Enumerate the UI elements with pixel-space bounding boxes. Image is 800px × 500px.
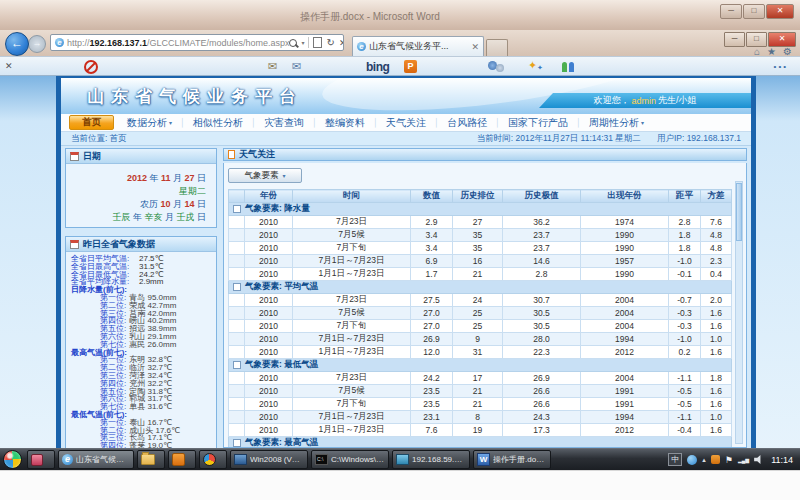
nav-item-8[interactable]: 周期性分析▾ [581,116,652,130]
taskbar-button-cmd[interactable]: C:\Windows\s... [311,450,389,469]
maximize-icon[interactable]: □ [743,4,765,19]
mail-icon[interactable]: ✉ [268,60,277,73]
toolbar-overflow-icon[interactable]: ••• [774,62,788,71]
address-bar[interactable]: http://192.168.137.1/GLCCLIMATE/modules/… [50,34,344,51]
table-cell: 24.2 [411,372,453,385]
nav-item-6[interactable]: 台风路径 [439,116,495,130]
nav-item-1[interactable]: 数据分析▾ [119,116,180,130]
table-group-label: 气象要素: 平均气温 [245,281,318,291]
table-cell: 24 [453,294,503,307]
network-icon[interactable]: ▂▄▆ [738,457,749,463]
table-cell: 7月23日 [293,216,411,229]
scrollbar-thumb[interactable] [736,183,742,241]
new-tab-button[interactable] [486,39,508,57]
table-cell-blank [229,294,245,307]
home-icon[interactable]: ⌂ [754,46,760,57]
stop-icon[interactable]: ✕ [339,38,344,48]
orange-icon [172,453,185,466]
compatibility-view-icon[interactable] [313,37,322,48]
table-cell: 3.4 [411,242,453,255]
minimize-icon[interactable]: ─ [720,4,742,19]
nav-item-4[interactable]: 整编资料 [317,116,373,130]
table-cell: 12.0 [411,346,453,359]
taskbar-button-rdp[interactable]: 192.168.59.99... [392,450,470,469]
table-cell: 1.6 [701,385,732,398]
tray-orange-icon[interactable] [711,455,720,464]
main-nav: 首页数据分析▾│相似性分析│灾害查询│整编资料│天气关注│台风路径│国家下行产品… [61,114,751,132]
maximize-icon[interactable]: □ [746,32,767,47]
mail-icon-2[interactable]: ✉ [292,60,301,73]
table-row: 20101月1日～7月23日1.7212.81990-0.10.4 [229,268,732,281]
table-cell: 1.6 [701,398,732,411]
language-badge[interactable]: 中 [668,453,682,466]
taskbar-button-word[interactable]: 操作手册.docx ... [473,450,551,469]
minimize-icon[interactable]: ─ [724,32,745,47]
bing-logo[interactable]: bing [366,60,389,74]
favicon-coins-2 [496,64,504,72]
taskbar-button-pin[interactable] [27,450,55,469]
nav-item-7[interactable]: 国家下行产品 [500,116,576,130]
address-bar-icons: ▾ ↻ ✕ [289,37,344,48]
toolbar-close-icon[interactable]: ✕ [5,61,13,71]
group-checkbox[interactable] [233,439,241,447]
browser-forward-button[interactable]: → [28,35,46,53]
start-button[interactable] [3,450,22,469]
tab-close-icon[interactable]: ✕ [471,42,479,52]
taskbar-button-folder[interactable] [137,450,165,469]
window-controls: ─ □ ✕ [724,32,796,47]
tray-app-icon[interactable] [687,455,697,465]
background-window-titlebar: 操作手册.docx - Microsoft Word ─ □ ✕ [0,0,800,30]
table-cell-blank [229,242,245,255]
table-cell: 1.0 [701,411,732,424]
favorites-star-icon[interactable]: ★ [767,46,776,57]
status-row: 当前位置: 首页 当前时间: 2012年11月27日 11:14:31 星期二 … [61,132,751,146]
show-hidden-icons[interactable]: ▴ [702,456,706,464]
nav-item-label: 周期性分析 [589,116,639,130]
table-cell: 27.5 [411,294,453,307]
nav-item-label: 相似性分析 [193,116,243,130]
browser-tab[interactable]: 山东省气候业务平... ✕ [352,36,484,56]
table-cell: 1.7 [411,268,453,281]
table-cell: 2010 [245,372,293,385]
favicon-figures[interactable] [562,62,567,72]
table-cell: 7月下旬 [293,320,411,333]
table-cell: 23.1 [411,411,453,424]
table-group-label: 气象要素: 最低气温 [245,359,318,369]
close-icon[interactable]: ✕ [768,32,796,47]
action-center-flag-icon[interactable]: ⚑ [725,455,733,465]
table-cell: 22.3 [503,346,581,359]
nav-item-5[interactable]: 天气关注 [378,116,434,130]
table-header-cell: 出现年份 [581,190,669,203]
table-cell: -1.1 [669,411,701,424]
refresh-icon[interactable]: ↻ [326,37,334,48]
group-checkbox[interactable] [233,283,241,291]
screen-bottom-margin [0,470,800,500]
chevron-down-icon[interactable]: ▾ [301,39,304,46]
element-filter-button[interactable]: 气象要素 ▾ [228,168,302,183]
table-row: 20107月1日～7月23日23.1824.31994-1.11.0 [229,411,732,424]
nav-item-0[interactable]: 首页 [69,115,114,130]
close-icon[interactable]: ✕ [766,4,794,19]
group-checkbox[interactable] [233,205,241,213]
table-cell: 4.8 [701,229,732,242]
plugin-badge-icon[interactable]: P [404,60,417,73]
volume-icon[interactable] [754,455,763,464]
nav-item-2[interactable]: 相似性分析 [185,116,251,130]
taskbar-button-vm[interactable]: Win2008 (VS2... [230,450,308,469]
taskbar-button-media[interactable] [199,450,227,469]
table-scrollbar[interactable] [735,181,743,444]
table-cell: 30.5 [503,307,581,320]
browser-back-button[interactable]: ← [5,32,29,56]
taskbar-clock[interactable]: 11:14 [771,455,793,465]
search-icon[interactable] [289,39,297,47]
taskbar-button-ie[interactable]: 山东省气候业务平... [58,450,134,469]
favicon-sparkle[interactable]: ✦ [528,59,537,72]
table-header-cell: 方差 [701,190,732,203]
nav-item-3[interactable]: 灾害查询 [256,116,312,130]
table-cell: 1月1日～7月23日 [293,268,411,281]
table-cell: 1991 [581,398,669,411]
gear-icon[interactable]: ⚙ [783,46,792,57]
group-checkbox[interactable] [233,361,241,369]
taskbar-button-orange[interactable] [168,450,196,469]
table-cell-blank [229,307,245,320]
